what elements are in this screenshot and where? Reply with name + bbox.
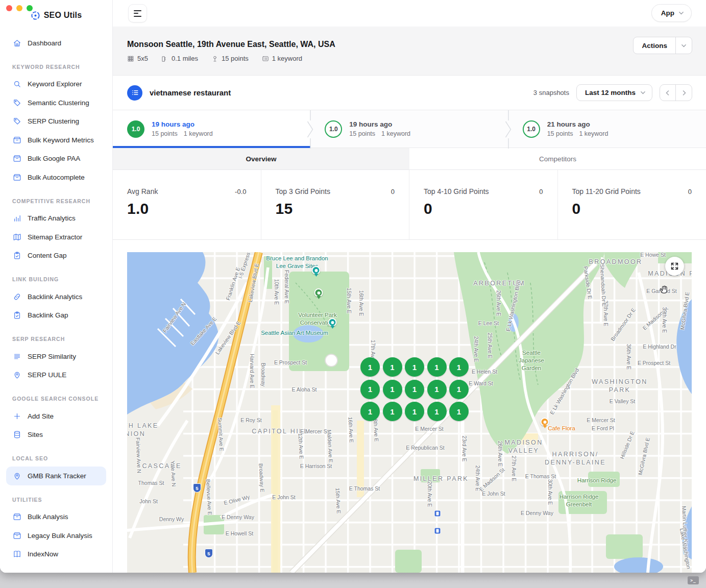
stat-card-top-3-grid-points: Top 3 Grid Points015	[261, 170, 410, 239]
sidebar-item-dashboard[interactable]: Dashboard	[6, 34, 106, 53]
date-range-select[interactable]: Last 12 months	[576, 84, 652, 101]
sidebar-item-gmb-rank-tracker[interactable]: GMB Rank Tracker	[6, 467, 106, 485]
keyword-list-icon	[127, 85, 142, 101]
sidebar-item-bulk-google-paa[interactable]: Bulk Google PAA	[6, 150, 106, 168]
actions-caret-button[interactable]	[675, 37, 692, 54]
location-meta-text: 0.1 miles	[172, 55, 198, 62]
window-controls	[6, 5, 33, 11]
sidebar-item-label: Content Gap	[28, 252, 67, 259]
link-icon	[12, 292, 21, 301]
conservatory-pin[interactable]	[314, 288, 323, 299]
grid-rank-marker[interactable]: 1	[427, 357, 447, 377]
pin-icon	[211, 55, 218, 62]
sidebar-item-traffic-analytics[interactable]: Traffic Analytics	[6, 209, 106, 228]
grid-rank-marker[interactable]: 1	[405, 402, 424, 421]
stat-delta: 0	[539, 188, 543, 195]
grid-rank-marker[interactable]: 1	[427, 402, 447, 421]
sidebar-item-indexnow[interactable]: IndexNow	[6, 545, 106, 564]
keyword-bar: vietnamese restaurant 3 snapshots Last 1…	[113, 76, 706, 110]
sidebar-section-title: GOOGLE SEARCH CONSOLE	[12, 396, 112, 402]
tab-competitors[interactable]: Competitors	[409, 148, 706, 169]
sidebar-item-semantic-clustering[interactable]: Semantic Clustering	[6, 93, 106, 112]
tab-overview[interactable]: Overview	[113, 148, 409, 169]
sidebar-item-label: Dashboard	[28, 39, 61, 47]
archive-icon	[12, 135, 21, 144]
grid-rank-marker[interactable]: 1	[427, 380, 447, 399]
chevron-down-icon	[678, 10, 684, 16]
prev-snapshot-button[interactable]	[660, 85, 676, 101]
sidebar-item-bulk-autocomplete[interactable]: Bulk Autocomplete	[6, 168, 106, 187]
sidebar-item-serp-clustering[interactable]: SERP Clustering	[6, 112, 106, 131]
sidebar-item-sites[interactable]: Sites	[6, 426, 106, 445]
book-icon	[12, 550, 21, 559]
museum-pin[interactable]	[328, 318, 337, 329]
close-window-button[interactable]	[6, 5, 12, 11]
app-name: SEO Utils	[44, 11, 82, 20]
snapshot-tab-2[interactable]: 1.019 hours ago15 points1 keyword	[310, 110, 508, 148]
sidebar-item-legacy-bulk-analysis[interactable]: Legacy Bulk Analysis	[6, 526, 106, 545]
location-meta-item: 5x5	[127, 55, 148, 62]
sidebar-section-title: KEYWORD RESEARCH	[12, 64, 112, 70]
map-canvas[interactable]: BROADMOORMADISON PARKARBORETUMWASHINGTON…	[127, 252, 692, 573]
sidebar-section-title: LOCAL SEO	[12, 455, 112, 461]
actions-split-button[interactable]: Actions	[633, 37, 692, 54]
map-fullscreen-button[interactable]	[665, 257, 684, 276]
app-menu-label: App	[661, 9, 674, 17]
grid-rank-marker[interactable]: 1	[449, 357, 469, 377]
sidebar-item-add-site[interactable]: Add Site	[6, 407, 106, 426]
sidebar-item-serp-similarity[interactable]: SERP Similarity	[6, 347, 106, 366]
app-menu-button[interactable]: App	[651, 4, 692, 22]
zoom-window-button[interactable]	[27, 5, 33, 11]
grave-sites-pin[interactable]	[312, 266, 321, 277]
desktop-bottom-strip: >_	[0, 573, 706, 588]
sidebar-item-content-gap[interactable]: Content Gap	[6, 247, 106, 265]
snapshot-time: 19 hours ago	[349, 120, 417, 128]
grid-rank-marker[interactable]: 1	[405, 380, 424, 399]
sidebar-item-keyword-explorer[interactable]: Keyword Explorer	[6, 75, 106, 94]
sidebar-item-backlink-analytics[interactable]: Backlink Analytics	[6, 287, 106, 306]
sidebar-item-label: SERP UULE	[28, 371, 66, 379]
grid-icon	[127, 55, 134, 62]
grid-rank-marker[interactable]: 1	[449, 380, 469, 399]
next-snapshot-button[interactable]	[676, 85, 692, 101]
snapshot-tab-1[interactable]: 1.019 hours ago15 points1 keyword	[113, 110, 310, 148]
cafe-flora-pin[interactable]	[541, 418, 549, 428]
grid-rank-marker[interactable]: 1	[405, 357, 424, 377]
map-pin-icon	[12, 371, 21, 380]
search-icon	[12, 80, 21, 89]
chevron-right-icon	[681, 90, 687, 96]
sidebar-item-backlink-gap[interactable]: Backlink Gap	[6, 306, 106, 325]
sidebar-item-bulk-analysis[interactable]: Bulk Analysis	[6, 508, 106, 527]
light-rail-station-icon	[434, 528, 441, 534]
interstate-5-shield-icon: 5	[205, 549, 213, 558]
sidebar-toggle-button[interactable]	[128, 4, 147, 22]
grid-rank-marker[interactable]: 1	[360, 402, 380, 421]
sidebar-item-serp-uule[interactable]: SERP UULE	[6, 366, 106, 385]
snapshot-meta: 15 points1 keyword	[152, 130, 219, 137]
location-meta-text: 5x5	[137, 55, 148, 62]
sidebar-item-label: Semantic Clustering	[28, 99, 89, 107]
sidebar-item-bulk-keyword-metrics[interactable]: Bulk Keyword Metrics	[6, 131, 106, 150]
grid-rank-marker[interactable]: 1	[449, 402, 469, 421]
sidebar-item-label: SERP Similarity	[28, 353, 76, 360]
sidebar-item-sitemap-extractor[interactable]: Sitemap Extractor	[6, 228, 106, 247]
snapshot-meta: 15 points1 keyword	[349, 130, 417, 137]
grid-rank-marker[interactable]: 1	[360, 357, 380, 377]
seo-utils-logo-icon	[31, 11, 40, 20]
minimize-window-button[interactable]	[16, 5, 22, 11]
sidebar-item-label: SERP Clustering	[28, 117, 79, 125]
sidebar-item-label: GMB Rank Tracker	[28, 472, 86, 480]
archive-icon	[12, 154, 21, 163]
stat-label: Top 11-20 Grid Points	[572, 187, 641, 195]
grid-rank-marker[interactable]: 1	[383, 357, 402, 377]
grid-rank-marker[interactable]: 1	[360, 380, 380, 399]
lines-icon	[12, 352, 21, 361]
sidebar-item-label: Bulk Autocomplete	[28, 174, 85, 181]
grid-rank-marker[interactable]: 1	[383, 402, 402, 421]
snapshot-tab-3[interactable]: 1.021 hours ago15 points1 keyword	[508, 110, 706, 148]
date-range-label: Last 12 months	[585, 89, 636, 96]
stat-label: Avg Rank	[127, 187, 158, 195]
grid-rank-marker[interactable]: 1	[383, 380, 402, 399]
stat-label: Top 3 Grid Points	[276, 187, 330, 195]
stat-value: 15	[276, 200, 395, 217]
